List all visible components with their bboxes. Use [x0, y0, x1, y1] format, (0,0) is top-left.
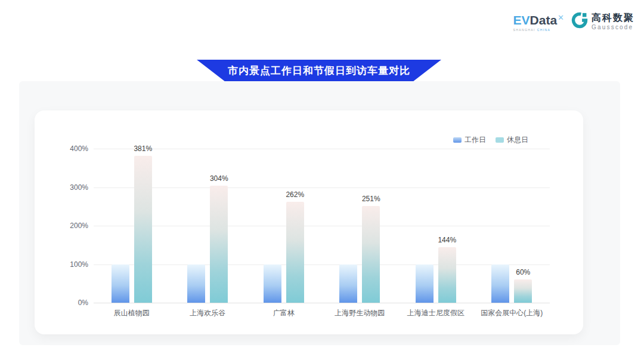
category-label: 上海野生动物园: [335, 308, 385, 318]
bar-workday: [112, 264, 129, 303]
legend-swatch-restday-icon: [496, 137, 504, 143]
bar-workday: [416, 264, 434, 303]
bar-workday: [264, 264, 281, 303]
bar-value-label: 262%: [286, 190, 304, 199]
gridline-0: [94, 303, 550, 303]
banner-ribbon: 市内景点工作日和节假日到访车量对比: [197, 60, 441, 82]
chart-legend: 工作日 休息日: [453, 135, 528, 145]
category-label: 广富林: [273, 308, 295, 318]
gausscode-cn-name: 高科数聚: [592, 12, 634, 23]
plot-area: 0%100%200%300%400%381%辰山植物园304%上海欢乐谷262%…: [94, 149, 550, 303]
y-tick-label-100: 100%: [70, 260, 88, 269]
evdata-logo-subtext: SHANGHAI CHINA: [513, 28, 564, 32]
gridline-200: [94, 226, 550, 226]
y-tick-label-200: 200%: [70, 222, 88, 230]
legend-item-restday[interactable]: 休息日: [496, 135, 528, 145]
bar-restday: [438, 247, 456, 303]
legend-item-workday[interactable]: 工作日: [453, 135, 486, 145]
evdata-subtext-shanghai: SHANGHAI: [513, 28, 537, 32]
bar-value-label: 251%: [362, 195, 380, 203]
bar-restday: [210, 186, 228, 303]
gridline-400: [94, 149, 550, 149]
page-title: 市内景点工作日和节假日到访车量对比: [228, 64, 410, 78]
evdata-logo-text: EVData✕: [513, 14, 564, 26]
legend-label-workday: 工作日: [465, 135, 486, 145]
evdata-logo-data: Data: [530, 13, 558, 27]
bar-restday: [134, 156, 152, 303]
bar-restday: [514, 279, 532, 303]
chart-card: 工作日 休息日 0%100%200%300%400%381%辰山植物园304%上…: [35, 110, 583, 334]
bar-workday: [187, 264, 205, 303]
legend-swatch-workday-icon: [453, 137, 462, 143]
bar-restday: [362, 206, 380, 303]
category-label: 上海欢乐谷: [190, 308, 225, 318]
y-tick-label-300: 300%: [70, 183, 88, 192]
bar-workday: [491, 264, 509, 303]
gridline-100: [94, 264, 550, 265]
bar-restday: [286, 202, 304, 303]
gausscode-logo: 高科数聚 Gausscode: [571, 12, 634, 31]
category-label: 辰山植物园: [114, 308, 150, 318]
bar-value-label: 144%: [438, 236, 456, 244]
category-label: 国家会展中心(上海): [481, 308, 543, 318]
evdata-logo: EVData✕ SHANGHAI CHINA: [513, 14, 564, 32]
gausscode-en-name: Gausscode: [592, 24, 634, 31]
gridline-300: [94, 187, 550, 188]
bar-workday: [339, 264, 357, 303]
y-tick-label-0: 0%: [78, 299, 88, 307]
category-label: 上海迪士尼度假区: [407, 308, 465, 318]
evdata-x-icon: ✕: [558, 13, 564, 22]
legend-label-restday: 休息日: [507, 135, 528, 145]
evdata-subtext-china: CHINA: [537, 28, 551, 32]
chart-panel: 工作日 休息日 0%100%200%300%400%381%辰山植物园304%上…: [19, 81, 620, 345]
bar-value-label: 381%: [134, 144, 152, 153]
header-logos: EVData✕ SHANGHAI CHINA 高科数聚 Gausscode: [513, 12, 634, 32]
gausscode-g-icon: [571, 12, 588, 31]
bar-value-label: 60%: [516, 268, 530, 276]
y-tick-label-400: 400%: [70, 144, 88, 153]
evdata-logo-ev: EV: [513, 13, 530, 27]
bar-value-label: 304%: [210, 174, 228, 183]
